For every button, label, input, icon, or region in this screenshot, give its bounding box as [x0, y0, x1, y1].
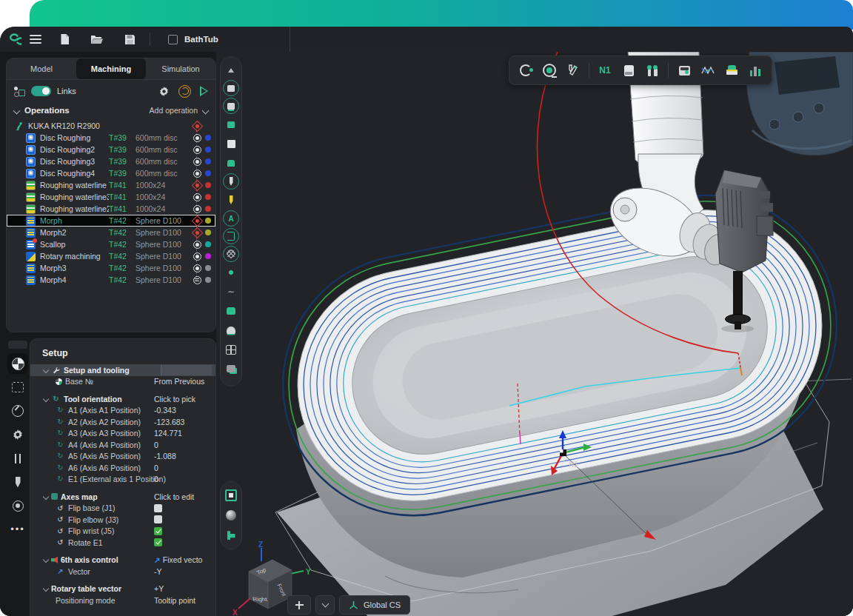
tool-gauge-icon[interactable]: [539, 60, 560, 81]
setup-row-a6[interactable]: A6 (Axis A6 Position)0: [30, 462, 215, 474]
setup-row-a3[interactable]: A3 (Axis A3 Position)124.771: [30, 428, 215, 440]
tree-row-operation[interactable]: Disc Roughing4 T#39 600mm disc: [7, 167, 215, 179]
document-tab[interactable]: BathTub: [158, 27, 290, 52]
statistics-icon[interactable]: [745, 60, 766, 81]
flip-elbow-checkbox[interactable]: [154, 515, 162, 523]
main-menu-button[interactable]: [30, 35, 41, 44]
stock-view-icon[interactable]: [223, 98, 239, 114]
setup-group-tool-orientation[interactable]: Tool orientation Click to pick: [30, 393, 215, 405]
tree-row-operation[interactable]: Disc Roughing T#39 600mm disc: [7, 132, 215, 144]
tree-row-operation[interactable]: Roughing waterline2 T#41 1000x24: [7, 203, 215, 215]
surface-icon[interactable]: [222, 302, 240, 320]
clamp-icon[interactable]: [223, 228, 239, 244]
point-icon[interactable]: [222, 264, 240, 281]
setup-row-e1[interactable]: E1 (External axis 1 Position)0: [30, 474, 215, 486]
links-graph-icon[interactable]: [14, 86, 25, 97]
setup-row-a2[interactable]: A2 (Axis A2 Position)-123.683: [30, 416, 215, 428]
tree-row-operation[interactable]: Disc Roughing2 T#39 600mm disc: [7, 144, 215, 155]
curve-icon[interactable]: ∼: [222, 283, 240, 301]
links-toggle[interactable]: [31, 86, 51, 96]
add-operation-button[interactable]: Add operation: [150, 106, 208, 115]
flip-base-checkbox[interactable]: [154, 504, 162, 512]
setup-value[interactable]: From Previous: [154, 377, 204, 386]
setup-row-vector[interactable]: Vector-Y: [30, 566, 215, 578]
setup-row-base[interactable]: Base № From Previous: [30, 376, 215, 388]
cs-dropdown-button[interactable]: [315, 595, 335, 615]
add-cs-button[interactable]: [287, 595, 311, 615]
spindle-tool-icon[interactable]: [223, 173, 239, 190]
tree-row-operation[interactable]: Rotary machining T#42 Sphere D100: [7, 250, 215, 262]
fixture-icon[interactable]: [222, 154, 240, 172]
setup-row-a4[interactable]: A4 (Axis A4 Position)0: [30, 439, 215, 451]
tab-model[interactable]: Model: [7, 58, 76, 79]
setup-value[interactable]: Tooltip point: [154, 596, 195, 605]
controller-icon[interactable]: [674, 60, 695, 81]
run-simulation-icon[interactable]: [200, 86, 208, 96]
datum-icon[interactable]: [7, 353, 28, 374]
setup-value[interactable]: Fixed vecto: [154, 555, 202, 564]
waveform-icon[interactable]: [698, 60, 718, 81]
workpiece-icon[interactable]: [618, 60, 639, 81]
gcode-n1-icon[interactable]: N1: [595, 60, 615, 81]
setup-row-positioning-mode[interactable]: Positioning modeTooltip point: [30, 595, 215, 606]
setup-value[interactable]: Click to pick: [154, 395, 195, 404]
setup-row-a5[interactable]: A5 (Axis A5 Position)-1.088: [30, 451, 215, 463]
tree-row-operation[interactable]: Scallop T#42 Sphere D100: [7, 238, 215, 250]
tree-row-operation[interactable]: Morph2 T#42 Sphere D100: [7, 227, 215, 238]
parameters-icon[interactable]: [7, 448, 28, 469]
machine-small-icon[interactable]: [222, 360, 240, 378]
setup-value[interactable]: Click to edit: [154, 492, 194, 501]
save-button[interactable]: [120, 30, 139, 48]
setup-value[interactable]: -1.088: [154, 452, 176, 461]
setup-value[interactable]: 0: [154, 441, 158, 449]
viewport-3d[interactable]: N1: [216, 52, 853, 616]
setup-value[interactable]: 124.771: [154, 429, 182, 438]
part-icon[interactable]: [222, 116, 240, 133]
open-file-button[interactable]: [87, 30, 107, 48]
recalculate-icon[interactable]: [178, 85, 191, 98]
mesh-icon[interactable]: [223, 246, 239, 262]
more-dots-icon[interactable]: •••: [7, 519, 28, 540]
global-cs-button[interactable]: Global CS: [339, 595, 410, 615]
tool-holder-icon[interactable]: [7, 495, 28, 516]
setup-group-setup-and-tooling[interactable]: Setup and tooling: [30, 364, 215, 376]
stock-layers-icon[interactable]: [721, 60, 742, 81]
tree-row-operation-selected[interactable]: Morph T#42 Sphere D100: [7, 215, 215, 227]
grid-table-icon[interactable]: [222, 341, 240, 358]
selection-box-icon[interactable]: [7, 377, 28, 398]
setup-value[interactable]: -Y: [154, 567, 162, 576]
flip-wrist-checkbox[interactable]: [154, 527, 162, 535]
tree-row-machine[interactable]: KUKA KR120 R2900: [7, 120, 215, 132]
fit-view-icon[interactable]: [222, 486, 240, 504]
setup-row-flip-base[interactable]: Flip base (J1): [30, 503, 215, 515]
setup-group-axes-map[interactable]: Axes map Click to edit: [30, 491, 215, 503]
collapse-up-icon[interactable]: [222, 61, 240, 78]
tool-bit-icon[interactable]: [222, 191, 240, 209]
tree-row-operation[interactable]: Disc Roughing3 T#39 600mm disc: [7, 155, 215, 167]
collapse-chevron-icon[interactable]: [13, 107, 21, 114]
setup-value[interactable]: 0: [154, 463, 158, 472]
setup-value[interactable]: 0: [154, 475, 158, 483]
setup-group-rotary-table-vector[interactable]: Rotary table vector +Y: [30, 583, 215, 595]
setup-row-flip-elbow[interactable]: Flip elbow (J3): [30, 514, 215, 526]
setup-value[interactable]: +Y: [154, 584, 164, 593]
settings-gear-icon[interactable]: [7, 424, 28, 445]
shaded-view-icon[interactable]: [222, 506, 240, 524]
setup-row-rotate-e1[interactable]: Rotate E1: [30, 537, 215, 549]
new-file-button[interactable]: [55, 30, 74, 48]
tree-row-operation[interactable]: Roughing waterline3 T#41 1000x24: [7, 191, 215, 203]
tree-row-operation[interactable]: Morph4 T#42 Sphere D100: [7, 274, 215, 286]
setup-row-flip-wrist[interactable]: Flip wrist (J5): [30, 526, 215, 538]
setup-group-6th-axis[interactable]: 6th axis control Fixed vecto: [30, 555, 215, 566]
drill-icon[interactable]: [7, 472, 28, 492]
machine-view-icon[interactable]: [223, 80, 239, 96]
tree-row-operation[interactable]: Morph3 T#42 Sphere D100: [7, 262, 215, 274]
rotate-e1-checkbox[interactable]: [154, 538, 162, 546]
caliper-icon[interactable]: [563, 60, 583, 81]
rail-handle[interactable]: [8, 341, 27, 349]
tree-row-operation[interactable]: Roughing waterline T#41 1000x24: [7, 179, 215, 191]
surface-offset-icon[interactable]: [222, 321, 240, 339]
disc-tool-icon[interactable]: [7, 401, 28, 421]
setup-value[interactable]: -123.683: [154, 418, 184, 426]
compare-c-icon[interactable]: [515, 60, 536, 81]
